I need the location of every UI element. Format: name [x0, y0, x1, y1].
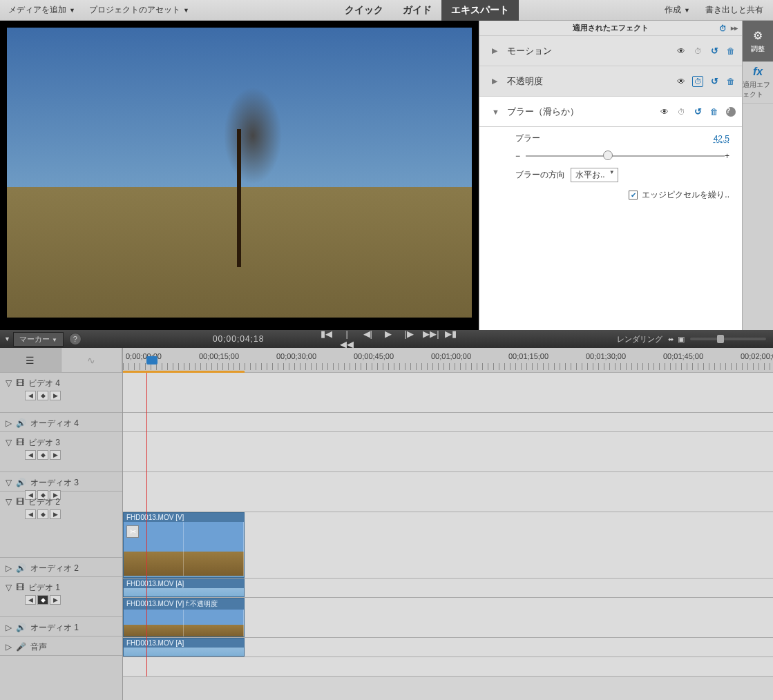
prev-edit-button[interactable]: |◀◀ [340, 329, 354, 349]
lane-video3[interactable] [123, 432, 773, 472]
blur-amount-slider[interactable] [526, 155, 725, 157]
mode-quick[interactable]: クイック [335, 0, 393, 21]
step-forward-button[interactable]: |▶ [402, 329, 416, 349]
playhead-handle[interactable] [146, 356, 158, 364]
blur-direction-select[interactable]: 水平お.. [571, 168, 618, 182]
panel-clock-icon[interactable] [717, 23, 728, 34]
time-ruler[interactable]: 0;00;00;0000;00;15;0000;00;30;0000;00;45… [123, 348, 773, 373]
lane-video1[interactable]: FHD0013.MOV [V] f:不透明度 [123, 598, 773, 638]
scissors-icon[interactable]: ✂ [126, 525, 139, 538]
timeline-zoom-slider[interactable] [690, 338, 766, 340]
timeline-mode-audio[interactable]: ∿ [61, 348, 123, 372]
stopwatch-icon[interactable] [676, 106, 687, 117]
disclosure-right-icon[interactable]: ▷ [6, 418, 12, 428]
marker-dropdown[interactable]: マーカー ▼ [13, 332, 64, 347]
trash-icon[interactable] [709, 106, 720, 117]
lane-audio2[interactable]: FHD0013.MOV [A] [123, 579, 773, 598]
applied-effects-panel: 適用されたエフェクト ▸▸ ▶ モーション ▶ 不透明度 [479, 21, 742, 330]
track-header-audio1[interactable]: ▷🔊オーディオ 1 [0, 617, 122, 636]
track-header-audio4[interactable]: ▷🔊オーディオ 4 [0, 413, 122, 432]
disclosure-down-icon[interactable]: ▽ [6, 378, 12, 388]
next-edit-button[interactable]: ▶▶| [423, 329, 437, 349]
ruler-tick: 00;01;15;00 [508, 352, 548, 360]
eye-icon[interactable] [659, 106, 670, 117]
playhead-line[interactable] [146, 373, 147, 677]
play-button[interactable]: ▶ [381, 329, 395, 349]
ruler-tick: 00;02;00;0 [741, 352, 773, 360]
lane-audio1[interactable]: FHD0013.MOV [A] [123, 638, 773, 657]
clip-audio2[interactable]: FHD0013.MOV [A] [123, 579, 245, 597]
effect-row-opacity[interactable]: ▶ 不透明度 [479, 66, 742, 97]
ruler-tick: 00;01;45;00 [663, 352, 703, 360]
track-header-video4[interactable]: ▽🎞ビデオ 4 ◀◆▶ [0, 373, 122, 413]
reset-icon[interactable] [709, 76, 720, 87]
prev-keyframe-button[interactable]: ◀ [25, 391, 36, 400]
slider-minus-icon[interactable]: − [515, 151, 520, 161]
right-side-tabs: ⚙ 調整 fx 適用エフェクト [742, 21, 773, 330]
clip-audio1[interactable]: FHD0013.MOV [A] [123, 638, 245, 657]
slider-plus-icon[interactable]: + [725, 151, 729, 161]
fullscreen-icon[interactable]: ▣ [678, 335, 685, 344]
track-header-voice[interactable]: ▷🎤音声 [0, 636, 122, 656]
trash-icon[interactable] [725, 76, 736, 87]
add-keyframe-button[interactable]: ◆ [37, 391, 48, 400]
eye-icon[interactable] [676, 76, 687, 87]
goto-start-button[interactable]: ▮◀ [319, 329, 333, 349]
top-toolbar: メディアを追加▼ プロジェクトのアセット▼ クイック ガイド エキスパート 作成… [0, 0, 773, 21]
eye-icon[interactable] [676, 46, 687, 57]
blur-amount-value[interactable]: 42.5 [714, 134, 729, 144]
clip-video2[interactable]: FHD0013.MOV [V] ✂ [123, 512, 245, 578]
render-button[interactable]: レンダリング [617, 334, 662, 344]
stopwatch-icon[interactable] [692, 76, 703, 87]
lane-audio4[interactable] [123, 413, 773, 432]
create-dropdown[interactable]: 作成▼ [660, 4, 694, 16]
effects-panel-title: 適用されたエフェクト [573, 23, 649, 33]
timecode-display[interactable]: 00;00;04;18 [213, 334, 264, 344]
speaker-icon: 🔊 [16, 418, 26, 428]
lane-voice[interactable] [123, 657, 773, 677]
help-icon[interactable] [725, 106, 736, 117]
reset-icon[interactable] [692, 106, 703, 117]
lane-video4[interactable] [123, 373, 773, 413]
lane-video2[interactable]: FHD0013.MOV [V] ✂ [123, 512, 773, 579]
waveform-icon: ∿ [87, 355, 95, 366]
fit-width-icon[interactable]: ⬌ [668, 336, 674, 343]
help-button[interactable]: ? [69, 333, 82, 345]
tab-applied-effects[interactable]: fx 適用エフェクト [743, 62, 773, 104]
mode-expert[interactable]: エキスパート [441, 0, 519, 21]
export-share[interactable]: 書き出しと共有 [701, 4, 767, 16]
goto-end-button[interactable]: ▶▮ [443, 329, 457, 349]
zoom-thumb[interactable] [717, 335, 724, 343]
film-icon: 🎞 [16, 378, 24, 388]
panel-expand-icon[interactable]: ▸▸ [731, 24, 738, 32]
track-header-video3[interactable]: ▽🎞ビデオ 3 ◀◆▶ [0, 432, 122, 472]
mic-icon: 🎤 [16, 642, 26, 652]
clip-video1[interactable]: FHD0013.MOV [V] f:不透明度 [123, 598, 245, 637]
project-assets-dropdown[interactable]: プロジェクトのアセット▼ [85, 4, 193, 16]
ruler-tick: 00;00;15;00 [199, 352, 239, 360]
add-media-dropdown[interactable]: メディアを追加▼ [4, 4, 79, 16]
effect-row-blur[interactable]: ▼ ブラー（滑らか） [479, 97, 742, 127]
reset-icon[interactable] [709, 46, 720, 57]
trash-icon[interactable] [725, 46, 736, 57]
blur-direction-label: ブラーの方向 [515, 169, 571, 181]
step-back-button[interactable]: ◀| [361, 329, 374, 349]
timeline-mode-standard[interactable]: ☰ [0, 348, 61, 372]
mode-guide[interactable]: ガイド [393, 0, 441, 21]
marker-disclosure-icon[interactable]: ▼ [4, 336, 10, 342]
preview-frame[interactable] [7, 28, 472, 318]
lane-audio3[interactable] [123, 472, 773, 512]
slider-thumb[interactable] [603, 150, 613, 160]
tab-adjust[interactable]: ⚙ 調整 [743, 21, 773, 62]
disclosure-right-icon: ▶ [492, 77, 502, 86]
track-header-video2[interactable]: ▽🎞ビデオ 2 ◀◆▶ [0, 492, 122, 558]
track-header-video1[interactable]: ▽🎞ビデオ 1 ◀◆▶ [0, 577, 122, 617]
next-keyframe-button[interactable]: ▶ [50, 391, 61, 400]
effect-row-motion[interactable]: ▶ モーション [479, 36, 742, 66]
ruler-tick: 00;01;30;00 [586, 352, 626, 360]
edge-pixels-checkbox[interactable] [629, 191, 638, 200]
stopwatch-icon[interactable] [692, 46, 703, 57]
timeline-canvas[interactable]: 0;00;00;0000;00;15;0000;00;30;0000;00;45… [123, 348, 773, 700]
track-header-audio2[interactable]: ▷🔊オーディオ 2 [0, 558, 122, 577]
track-header-audio3[interactable]: ▽🔊オーディオ 3 ◀◆▶ [0, 472, 122, 492]
